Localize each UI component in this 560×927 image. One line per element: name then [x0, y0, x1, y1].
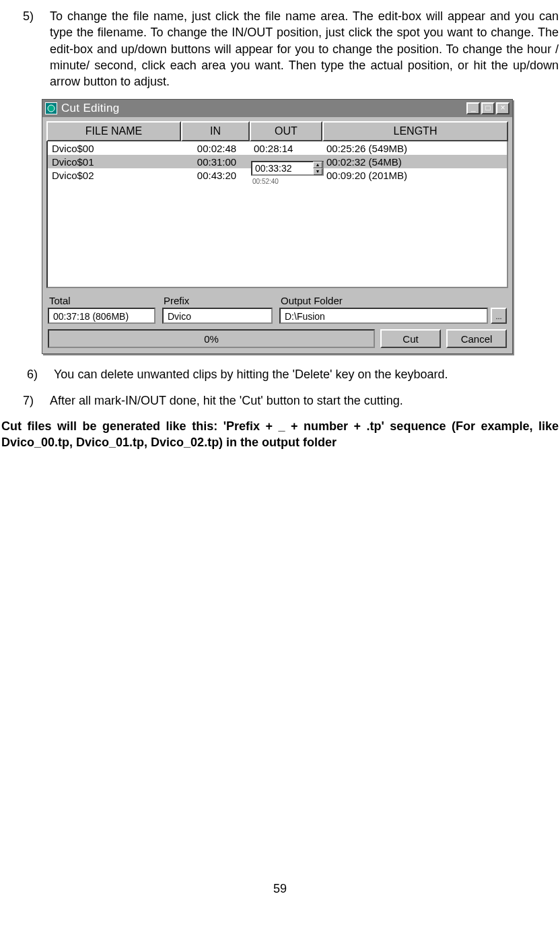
header-filename[interactable]: FILE NAME: [46, 121, 181, 141]
prefix-field: Prefix Dvico: [162, 294, 273, 324]
cell-filename[interactable]: Dvico$01: [48, 156, 182, 168]
page-number: 59: [0, 882, 560, 896]
grid-header-row: FILE NAME IN OUT LENGTH: [46, 121, 508, 141]
cell-length[interactable]: 00:09:20 (201MB): [324, 170, 507, 181]
list-number: 7): [23, 392, 50, 409]
screenshot-window: Cut Editing _ □ × FILE NAME IN OUT LENGT…: [42, 99, 513, 354]
output-folder-field: Output Folder D:\Fusion ...: [279, 294, 507, 324]
close-button[interactable]: ×: [496, 102, 510, 114]
svg-point-0: [48, 105, 55, 112]
maximize-button[interactable]: □: [481, 102, 495, 114]
list-item-7: 7) After all mark-IN/OUT done, hit the '…: [0, 392, 560, 409]
minimize-button[interactable]: _: [466, 102, 480, 114]
grid-body[interactable]: Dvico$00 00:02:48 00:28:14 00:25:26 (549…: [46, 141, 508, 288]
list-number: 6): [27, 366, 54, 382]
cell-out[interactable]: 00:28:14: [251, 143, 324, 154]
output-folder-label: Output Folder: [279, 294, 507, 308]
cell-filename[interactable]: Dvico$02: [48, 170, 182, 181]
prefix-label: Prefix: [162, 294, 273, 308]
list-text: To change the file name, just click the …: [50, 8, 559, 90]
table-row[interactable]: Dvico$01 00:31:00 00:33:32 ▲ ▼ 00:: [48, 155, 507, 168]
list-number: 5): [23, 8, 50, 90]
browse-button[interactable]: ...: [491, 308, 507, 324]
spin-value[interactable]: 00:33:32: [252, 163, 313, 174]
window-title: Cut Editing: [61, 102, 466, 115]
cell-in[interactable]: 00:43:20: [182, 170, 251, 181]
header-in[interactable]: IN: [181, 121, 250, 141]
titlebar: Cut Editing _ □ ×: [42, 100, 512, 117]
list-text: You can delete unwanted clips by hitting…: [54, 366, 559, 382]
progress-bar: 0%: [48, 329, 375, 348]
spin-up-button[interactable]: ▲: [313, 162, 322, 168]
ghost-out-value: 00:52:40: [252, 178, 279, 185]
header-out[interactable]: OUT: [250, 121, 322, 141]
cell-in[interactable]: 00:02:48: [182, 143, 251, 154]
total-label: Total: [48, 294, 155, 308]
list-item-5: 5) To change the file name, just click t…: [0, 8, 560, 90]
output-folder-input[interactable]: D:\Fusion: [279, 308, 488, 324]
cancel-button[interactable]: Cancel: [446, 329, 507, 348]
cell-length[interactable]: 00:02:32 (54MB): [324, 156, 507, 168]
app-icon: [45, 102, 57, 114]
total-field: Total 00:37:18 (806MB): [48, 294, 155, 324]
output-naming-note: Cut files will be generated like this: '…: [0, 418, 560, 451]
list-text: After all mark-IN/OUT done, hit the 'Cut…: [50, 392, 559, 409]
total-value: 00:37:18 (806MB): [48, 308, 155, 324]
header-length[interactable]: LENGTH: [322, 121, 508, 141]
spin-down-button[interactable]: ▼: [313, 168, 322, 175]
list-item-6: 6) You can delete unwanted clips by hitt…: [0, 366, 560, 382]
cell-in[interactable]: 00:31:00: [182, 156, 251, 168]
cell-length[interactable]: 00:25:26 (549MB): [324, 143, 507, 154]
prefix-input[interactable]: Dvico: [162, 308, 273, 324]
table-row[interactable]: Dvico$00 00:02:48 00:28:14 00:25:26 (549…: [48, 141, 507, 155]
time-spin-editor[interactable]: 00:33:32 ▲ ▼: [251, 161, 324, 176]
cell-filename[interactable]: Dvico$00: [48, 143, 182, 154]
cut-button[interactable]: Cut: [380, 329, 441, 348]
